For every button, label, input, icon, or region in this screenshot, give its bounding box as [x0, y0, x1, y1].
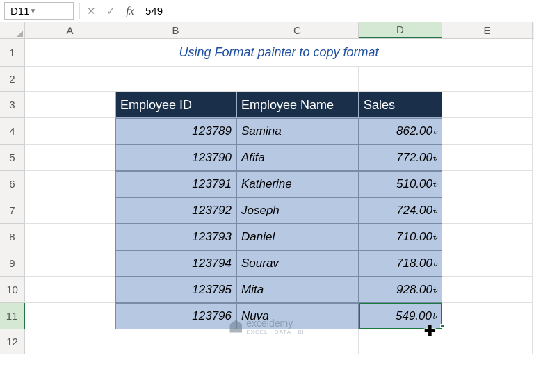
- cell-e4[interactable]: [442, 118, 533, 145]
- cell-e5[interactable]: [442, 145, 533, 171]
- header-sales[interactable]: Sales: [359, 92, 442, 118]
- row-header-6[interactable]: 6: [0, 171, 25, 197]
- row-header-9[interactable]: 9: [0, 250, 25, 277]
- cancel-icon[interactable]: ✕: [81, 2, 101, 20]
- cell-e10[interactable]: [442, 277, 533, 303]
- cell-employee-name[interactable]: Sourav: [236, 250, 359, 277]
- cell-e7[interactable]: [442, 197, 533, 224]
- row-header-12[interactable]: 12: [0, 329, 25, 354]
- cell-a2[interactable]: [25, 67, 115, 92]
- cell-d12[interactable]: [359, 329, 442, 354]
- cell-employee-id[interactable]: 123793: [115, 224, 236, 250]
- cell-a3[interactable]: [25, 92, 115, 118]
- spreadsheet-grid[interactable]: A B C D E 1 Using Format painter to copy…: [0, 22, 534, 354]
- cell-e2[interactable]: [442, 67, 533, 92]
- name-box[interactable]: D11 ▼: [4, 2, 74, 20]
- select-all-corner[interactable]: [0, 22, 25, 38]
- cell-employee-id[interactable]: 123790: [115, 145, 236, 171]
- cell-sales[interactable]: 710.00৳: [359, 224, 442, 250]
- cell-employee-id[interactable]: 123789: [115, 118, 236, 145]
- cell-sales[interactable]: 928.00৳: [359, 277, 442, 303]
- cell-employee-id[interactable]: 123796: [115, 303, 236, 329]
- cell-a11[interactable]: [25, 303, 115, 329]
- watermark: exceldemy EXCEL · DATA · BI: [229, 318, 305, 335]
- cell-sales[interactable]: 510.00৳: [359, 171, 442, 197]
- fill-handle[interactable]: [440, 324, 444, 328]
- col-header-e[interactable]: E: [442, 22, 533, 38]
- row-header-1[interactable]: 1: [0, 39, 25, 67]
- formula-bar: D11 ▼ ✕ ✓ fx: [0, 0, 534, 22]
- cell-sales[interactable]: 718.00৳: [359, 250, 442, 277]
- row-header-10[interactable]: 10: [0, 277, 25, 303]
- col-header-a[interactable]: A: [25, 22, 115, 38]
- name-box-value: D11: [10, 5, 30, 17]
- row-header-4[interactable]: 4: [0, 118, 25, 145]
- cell-e11[interactable]: [442, 303, 533, 329]
- cell-employee-id[interactable]: 123792: [115, 197, 236, 224]
- cell-sales[interactable]: 862.00৳: [359, 118, 442, 145]
- cell-e9[interactable]: [442, 250, 533, 277]
- cell-employee-name[interactable]: Samina: [236, 118, 359, 145]
- row-header-8[interactable]: 8: [0, 224, 25, 250]
- cell-a5[interactable]: [25, 145, 115, 171]
- cell-employee-name[interactable]: Mita: [236, 277, 359, 303]
- cell-employee-name[interactable]: Joseph: [236, 197, 359, 224]
- formula-input[interactable]: [140, 2, 534, 20]
- enter-icon[interactable]: ✓: [101, 2, 120, 20]
- row-header-11[interactable]: 11: [0, 303, 25, 329]
- cell-a9[interactable]: [25, 250, 115, 277]
- title-cell[interactable]: Using Format painter to copy format: [115, 39, 442, 67]
- row-header-3[interactable]: 3: [0, 92, 25, 118]
- row-header-7[interactable]: 7: [0, 197, 25, 224]
- separator: [79, 3, 80, 19]
- cell-c2[interactable]: [236, 67, 359, 92]
- cell-e12[interactable]: [442, 329, 533, 354]
- header-employee-id[interactable]: Employee ID: [115, 92, 236, 118]
- cell-employee-id[interactable]: 123795: [115, 277, 236, 303]
- col-header-d[interactable]: D: [359, 22, 442, 38]
- cell-employee-name[interactable]: Daniel: [236, 224, 359, 250]
- cell-b2[interactable]: [115, 67, 236, 92]
- cell-a6[interactable]: [25, 171, 115, 197]
- column-headers: A B C D E: [0, 22, 534, 39]
- cell-a8[interactable]: [25, 224, 115, 250]
- cell-e8[interactable]: [442, 224, 533, 250]
- cell-sales[interactable]: 772.00৳: [359, 145, 442, 171]
- row-header-2[interactable]: 2: [0, 67, 25, 92]
- cell-sales[interactable]: 549.00৳: [359, 303, 442, 329]
- cell-employee-id[interactable]: 123794: [115, 250, 236, 277]
- cell-e1[interactable]: [442, 39, 533, 67]
- cell-a10[interactable]: [25, 277, 115, 303]
- cell-a7[interactable]: [25, 197, 115, 224]
- cell-employee-name[interactable]: Katherine: [236, 171, 359, 197]
- chevron-down-icon[interactable]: ▼: [30, 7, 41, 15]
- cell-a1[interactable]: [25, 39, 115, 67]
- col-header-b[interactable]: B: [115, 22, 236, 38]
- cell-a12[interactable]: [25, 329, 115, 354]
- cell-e6[interactable]: [442, 171, 533, 197]
- cell-a4[interactable]: [25, 118, 115, 145]
- fx-icon[interactable]: fx: [120, 2, 140, 20]
- cell-sales[interactable]: 724.00৳: [359, 197, 442, 224]
- cell-employee-id[interactable]: 123791: [115, 171, 236, 197]
- cell-b12[interactable]: [115, 329, 236, 354]
- watermark-tagline: EXCEL · DATA · BI: [246, 329, 305, 335]
- watermark-brand: exceldemy: [246, 318, 305, 329]
- cell-employee-name[interactable]: Afifa: [236, 145, 359, 171]
- cell-e3[interactable]: [442, 92, 533, 118]
- watermark-logo-icon: [229, 320, 242, 333]
- cell-d2[interactable]: [359, 67, 442, 92]
- row-header-5[interactable]: 5: [0, 145, 25, 171]
- header-employee-name[interactable]: Employee Name: [236, 92, 359, 118]
- col-header-c[interactable]: C: [236, 22, 359, 38]
